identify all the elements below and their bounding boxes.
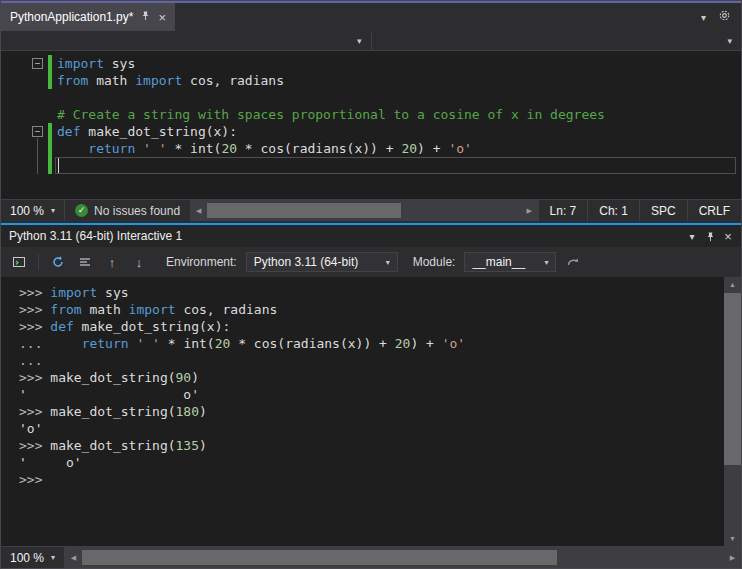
change-tracking-bar <box>48 123 52 174</box>
tab-strip-controls: ▾ <box>701 3 741 31</box>
chevron-down-icon: ▾ <box>357 36 362 46</box>
pin-icon[interactable] <box>701 227 719 245</box>
history-next-icon[interactable]: ↓ <box>129 252 149 272</box>
scroll-thumb[interactable] <box>82 550 557 565</box>
document-health-indicator[interactable]: ✓ No issues found <box>65 200 190 221</box>
code-line: # Create a string with spaces proportion… <box>57 106 741 123</box>
interactive-toolbar: ↑ ↓ Environment: Python 3.11 (64-bit) ▾ … <box>1 247 741 277</box>
scroll-thumb[interactable] <box>724 293 741 465</box>
chevron-down-icon: ▾ <box>536 258 548 267</box>
code-line: from math import cos, radians <box>57 72 741 89</box>
scroll-right-button[interactable]: ▶ <box>521 200 538 221</box>
code-line: >>> import sys <box>19 284 724 301</box>
change-tracking-bar <box>48 55 52 89</box>
code-line: >>> make_dot_string(180) <box>19 403 724 420</box>
code-line: >>> from math import cos, radians <box>19 301 724 318</box>
vs-window: PythonApplication1.py* × ▾ ▾ ▾ − − impor… <box>0 0 742 569</box>
health-label: No issues found <box>94 204 180 218</box>
status-line-ending[interactable]: CRLF <box>687 200 741 221</box>
outline-guide-line <box>37 138 38 174</box>
history-previous-icon[interactable]: ↑ <box>102 252 122 272</box>
editor-status-strip: 100 % ▾ ✓ No issues found ◀ ▶ Ln: 7 Ch: … <box>1 199 741 221</box>
scroll-left-button[interactable]: ◀ <box>65 547 82 568</box>
status-line-number[interactable]: Ln: 7 <box>538 200 588 221</box>
editor-horizontal-scrollbar: ◀ ▶ <box>190 200 537 221</box>
document-tab-strip: PythonApplication1.py* × ▾ <box>1 3 741 31</box>
settings-gear-icon[interactable] <box>718 8 731 26</box>
code-line: ' o' <box>19 386 724 403</box>
code-line <box>57 89 741 106</box>
nav-dropdown-members[interactable]: ▾ <box>372 31 742 50</box>
environment-label: Environment: <box>166 255 237 269</box>
scroll-up-button[interactable]: ▲ <box>724 277 741 292</box>
zoom-control[interactable]: 100 % ▾ <box>1 200 65 221</box>
chevron-down-icon: ▾ <box>727 36 732 46</box>
module-value: __main__ <box>472 255 525 269</box>
zoom-value: 100 % <box>10 204 44 218</box>
interactive-title: Python 3.11 (64-bit) Interactive 1 <box>9 229 683 243</box>
redo-arrow-icon[interactable] <box>563 252 583 272</box>
close-icon[interactable]: × <box>158 11 166 24</box>
zoom-value: 100 % <box>10 551 44 565</box>
code-line: ' o' <box>19 454 724 471</box>
status-spaces-mode[interactable]: SPC <box>639 200 687 221</box>
code-line: >>> def make_dot_string(x): <box>19 318 724 335</box>
scroll-left-button[interactable]: ◀ <box>190 200 207 221</box>
environment-value: Python 3.11 (64-bit) <box>254 255 359 269</box>
interactive-titlebar[interactable]: Python 3.11 (64-bit) Interactive 1 ▾ × <box>1 223 741 247</box>
scroll-right-button[interactable]: ▶ <box>724 547 741 568</box>
interactive-bottom-strip: 100 % ▾ ◀ ▶ <box>1 546 741 568</box>
code-line: def make_dot_string(x): <box>57 123 741 140</box>
tab-pythonapplication1[interactable]: PythonApplication1.py* × <box>1 3 175 31</box>
module-label: Module: <box>413 255 456 269</box>
scroll-track[interactable] <box>207 200 520 221</box>
editor-code-area[interactable]: − − import sysfrom math import cos, radi… <box>1 51 741 199</box>
chevron-down-icon: ▾ <box>51 206 55 215</box>
text-caret <box>58 158 59 173</box>
zoom-control[interactable]: 100 % ▾ <box>1 547 65 568</box>
repl-horizontal-scrollbar: ◀ ▶ <box>65 547 741 568</box>
active-files-chevron-icon[interactable]: ▾ <box>701 12 706 23</box>
code-line: >>> make_dot_string(135) <box>19 437 724 454</box>
window-menu-chevron-icon[interactable]: ▾ <box>683 227 701 245</box>
tab-title: PythonApplication1.py* <box>10 10 133 24</box>
interactive-body: >>> import sys>>> from math import cos, … <box>1 277 741 546</box>
scroll-down-button[interactable]: ▼ <box>724 531 741 546</box>
repl-vertical-scrollbar: ▲ ▼ <box>724 277 741 546</box>
code-line: ... <box>19 352 724 369</box>
current-line-highlight <box>55 157 736 174</box>
status-column-number[interactable]: Ch: 1 <box>587 200 639 221</box>
nav-dropdown-types[interactable]: ▾ <box>1 31 372 50</box>
chevron-down-icon: ▾ <box>51 553 55 562</box>
close-icon[interactable]: × <box>719 227 737 245</box>
editor-navigation-bar: ▾ ▾ <box>1 31 741 51</box>
scroll-thumb[interactable] <box>207 203 401 218</box>
clear-screen-icon[interactable] <box>75 252 95 272</box>
toolbar-separator <box>38 254 39 270</box>
interactive-window-icon[interactable] <box>9 252 29 272</box>
code-line: ... return ' ' * int(20 * cos(radians(x)… <box>19 335 724 352</box>
reset-repl-icon[interactable] <box>48 252 68 272</box>
code-line: >>> make_dot_string(90) <box>19 369 724 386</box>
code-line: >>> <box>19 471 724 488</box>
pin-icon[interactable] <box>140 10 151 24</box>
collapse-region-icon[interactable]: − <box>32 126 43 137</box>
interactive-window-panel: Python 3.11 (64-bit) Interactive 1 ▾ × ↑… <box>1 223 741 568</box>
module-dropdown[interactable]: __main__ ▾ <box>464 252 556 272</box>
repl-output-area[interactable]: >>> import sys>>> from math import cos, … <box>1 277 724 546</box>
check-icon: ✓ <box>75 204 88 217</box>
code-line: import sys <box>57 55 741 72</box>
scroll-track[interactable] <box>82 547 724 568</box>
collapse-region-icon[interactable]: − <box>32 58 43 69</box>
code-line: return ' ' * int(20 * cos(radians(x)) + … <box>57 140 741 157</box>
chevron-down-icon: ▾ <box>378 258 390 267</box>
code-line: 'o' <box>19 420 724 437</box>
environment-dropdown[interactable]: Python 3.11 (64-bit) ▾ <box>246 252 398 272</box>
